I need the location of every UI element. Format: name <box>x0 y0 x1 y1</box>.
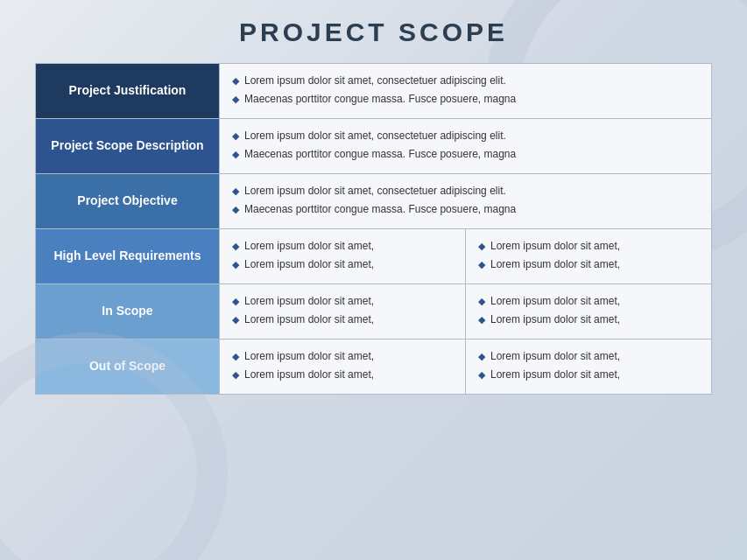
row-content-requirements: ◆ Lorem ipsum dolor sit amet, ◆ Lorem ip… <box>220 229 711 284</box>
split-col-left: ◆ Lorem ipsum dolor sit amet, ◆ Lorem ip… <box>220 229 466 284</box>
table-row: Project Scope Description ◆ Lorem ipsum … <box>36 119 711 174</box>
row-header-requirements: High Level Requirements <box>36 229 220 284</box>
diamond-icon: ◆ <box>478 349 485 364</box>
bullet-text: Lorem ipsum dolor sit amet, <box>244 348 374 364</box>
bullet-text: Lorem ipsum dolor sit amet, <box>490 238 620 254</box>
bullet-item: ◆ Lorem ipsum dolor sit amet, <box>232 367 453 382</box>
table-row: In Scope ◆ Lorem ipsum dolor sit amet, ◆… <box>36 284 711 340</box>
bullet-item: ◆ Lorem ipsum dolor sit amet, <box>478 348 699 364</box>
bullet-item: ◆ Lorem ipsum dolor sit amet, <box>478 238 699 254</box>
split-col-right: ◆ Lorem ipsum dolor sit amet, ◆ Lorem ip… <box>466 340 711 394</box>
diamond-icon: ◆ <box>232 349 239 364</box>
split-col-right: ◆ Lorem ipsum dolor sit amet, ◆ Lorem ip… <box>466 229 711 284</box>
diamond-icon: ◆ <box>232 74 239 88</box>
bullet-text: Lorem ipsum dolor sit amet, <box>244 367 374 382</box>
diamond-icon: ◆ <box>232 147 239 162</box>
bullet-text: Lorem ipsum dolor sit amet, <box>490 367 620 382</box>
bullet-item: ◆ Lorem ipsum dolor sit amet, consectetu… <box>232 73 699 88</box>
diamond-icon: ◆ <box>232 184 239 199</box>
bullet-text: Lorem ipsum dolor sit amet, <box>244 293 374 309</box>
row-content-scope-description: ◆ Lorem ipsum dolor sit amet, consectetu… <box>220 119 711 173</box>
table-row: High Level Requirements ◆ Lorem ipsum do… <box>36 229 711 284</box>
diamond-icon: ◆ <box>232 202 239 217</box>
bullet-text: Maecenas porttitor congue massa. Fusce p… <box>244 201 516 217</box>
row-content-out-of-scope: ◆ Lorem ipsum dolor sit amet, ◆ Lorem ip… <box>220 340 711 394</box>
bullet-text: Lorem ipsum dolor sit amet, consectetuer… <box>244 183 506 199</box>
row-header-in-scope: In Scope <box>36 284 220 339</box>
diamond-icon: ◆ <box>478 368 485 382</box>
bullet-item: ◆ Maecenas porttitor congue massa. Fusce… <box>232 146 699 162</box>
bullet-text: Lorem ipsum dolor sit amet, <box>490 312 620 327</box>
bullet-item: ◆ Lorem ipsum dolor sit amet, <box>232 348 453 364</box>
bullet-item: ◆ Lorem ipsum dolor sit amet, consectetu… <box>232 183 699 199</box>
diamond-icon: ◆ <box>232 312 239 327</box>
row-header-justification: Project Justification <box>36 64 220 118</box>
diamond-icon: ◆ <box>478 239 485 254</box>
bullet-item: ◆ Lorem ipsum dolor sit amet, <box>232 293 453 309</box>
diamond-icon: ◆ <box>232 129 239 144</box>
diamond-icon: ◆ <box>232 92 239 107</box>
split-col-left: ◆ Lorem ipsum dolor sit amet, ◆ Lorem ip… <box>220 284 466 339</box>
diamond-icon: ◆ <box>232 257 239 272</box>
diamond-icon: ◆ <box>232 368 239 382</box>
bullet-text: Maecenas porttitor congue massa. Fusce p… <box>244 91 516 107</box>
bullet-text: Lorem ipsum dolor sit amet, <box>490 293 620 309</box>
row-header-out-of-scope: Out of Scope <box>36 340 220 394</box>
bullet-item: ◆ Lorem ipsum dolor sit amet, consectetu… <box>232 128 699 144</box>
bullet-text: Lorem ipsum dolor sit amet, consectetuer… <box>244 73 506 88</box>
bullet-item: ◆ Lorem ipsum dolor sit amet, <box>232 256 453 272</box>
table-row: Project Objective ◆ Lorem ipsum dolor si… <box>36 174 711 229</box>
bullet-item: ◆ Lorem ipsum dolor sit amet, <box>478 293 699 309</box>
diamond-icon: ◆ <box>478 257 485 272</box>
bullet-item: ◆ Lorem ipsum dolor sit amet, <box>478 256 699 272</box>
table-row: Project Justification ◆ Lorem ipsum dolo… <box>36 64 711 119</box>
bullet-text: Maecenas porttitor congue massa. Fusce p… <box>244 146 516 162</box>
row-header-scope-description: Project Scope Description <box>36 119 220 173</box>
bullet-item: ◆ Lorem ipsum dolor sit amet, <box>232 238 453 254</box>
bullet-text: Lorem ipsum dolor sit amet, <box>244 238 374 254</box>
split-col-left: ◆ Lorem ipsum dolor sit amet, ◆ Lorem ip… <box>220 340 466 394</box>
bullet-item: ◆ Lorem ipsum dolor sit amet, <box>478 312 699 327</box>
bullet-item: ◆ Lorem ipsum dolor sit amet, <box>478 367 699 382</box>
bullet-text: Lorem ipsum dolor sit amet, <box>244 312 374 327</box>
bullet-item: ◆ Maecenas porttitor congue massa. Fusce… <box>232 91 699 107</box>
bullet-item: ◆ Lorem ipsum dolor sit amet, <box>232 312 453 327</box>
page-container: PROJECT SCOPE Project Justification ◆ Lo… <box>0 0 747 560</box>
diamond-icon: ◆ <box>232 294 239 309</box>
bullet-text: Lorem ipsum dolor sit amet, <box>244 256 374 272</box>
diamond-icon: ◆ <box>478 294 485 309</box>
split-col-right: ◆ Lorem ipsum dolor sit amet, ◆ Lorem ip… <box>466 284 711 339</box>
diamond-icon: ◆ <box>478 312 485 327</box>
bullet-item: ◆ Maecenas porttitor congue massa. Fusce… <box>232 201 699 217</box>
row-content-in-scope: ◆ Lorem ipsum dolor sit amet, ◆ Lorem ip… <box>220 284 711 339</box>
bullet-text: Lorem ipsum dolor sit amet, <box>490 348 620 364</box>
row-header-objective: Project Objective <box>36 174 220 228</box>
table-row: Out of Scope ◆ Lorem ipsum dolor sit ame… <box>36 340 711 394</box>
bullet-text: Lorem ipsum dolor sit amet, <box>490 256 620 272</box>
bullet-text: Lorem ipsum dolor sit amet, consectetuer… <box>244 128 506 144</box>
row-content-justification: ◆ Lorem ipsum dolor sit amet, consectetu… <box>220 64 711 118</box>
row-content-objective: ◆ Lorem ipsum dolor sit amet, consectetu… <box>220 174 711 228</box>
page-title: PROJECT SCOPE <box>35 18 712 47</box>
scope-table: Project Justification ◆ Lorem ipsum dolo… <box>35 63 712 395</box>
diamond-icon: ◆ <box>232 239 239 254</box>
